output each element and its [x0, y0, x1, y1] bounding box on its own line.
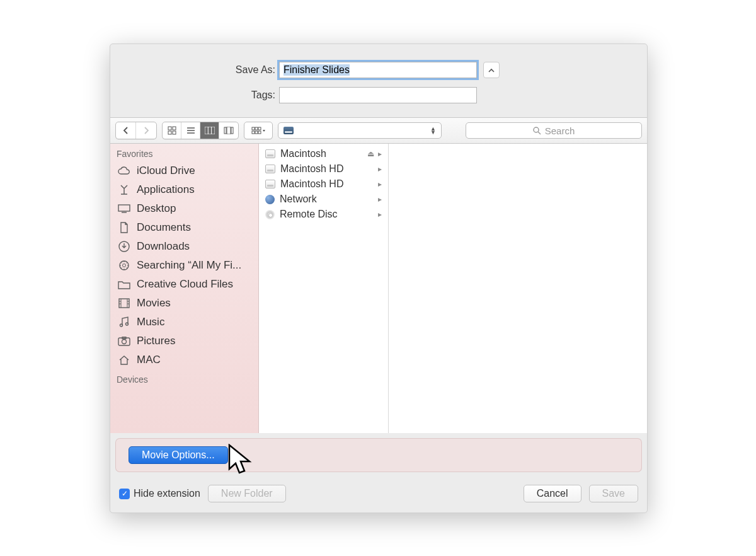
- sidebar-item-label: Creative Cloud Files: [137, 278, 233, 291]
- disk-icon: [265, 149, 275, 158]
- tags-input[interactable]: [279, 87, 477, 103]
- sidebar-item-label: Music: [137, 316, 164, 328]
- sidebar-item[interactable]: MAC: [110, 350, 258, 369]
- column-item-label: Network: [280, 194, 317, 205]
- sidebar-item[interactable]: Music: [110, 313, 258, 332]
- browser-area: Favorites iCloud DriveApplicationsDeskto…: [110, 144, 647, 433]
- options-bar: Movie Options...: [115, 438, 642, 472]
- search-icon: [118, 260, 130, 271]
- stepper-icon: ▲▼: [430, 127, 436, 134]
- column-item[interactable]: Macintosh HD▸: [259, 177, 388, 192]
- sidebar-item-label: iCloud Drive: [137, 165, 195, 177]
- forward-button[interactable]: [136, 122, 156, 139]
- column-item[interactable]: Remote Disc▸: [259, 207, 388, 222]
- svg-point-34: [126, 323, 129, 325]
- hide-extension-label: Hide extension: [134, 488, 200, 499]
- list-view-button[interactable]: [181, 122, 200, 139]
- column-item[interactable]: Macintosh HD▸: [259, 161, 388, 177]
- save-as-label: Save As:: [110, 64, 279, 76]
- column-item[interactable]: Macintosh⏏▸: [259, 146, 388, 161]
- devices-heading: Devices: [110, 369, 258, 387]
- back-button[interactable]: [116, 122, 136, 139]
- column-view: Macintosh⏏▸Macintosh HD▸Macintosh HD▸Net…: [259, 144, 647, 433]
- search-input[interactable]: Search: [466, 122, 642, 139]
- documents-icon: [118, 222, 130, 233]
- nav-history-segment: [115, 122, 157, 139]
- sidebar-item[interactable]: Documents: [110, 218, 258, 237]
- sidebar-item[interactable]: Creative Cloud Files: [110, 275, 258, 294]
- sidebar-item[interactable]: Desktop: [110, 199, 258, 218]
- svg-rect-10: [224, 127, 226, 134]
- cursor-icon: [226, 444, 253, 478]
- chevron-right-icon: ▸: [378, 180, 382, 188]
- checkmark-icon: ✓: [119, 489, 130, 499]
- svg-rect-1: [173, 127, 176, 130]
- svg-point-25: [123, 264, 126, 267]
- chevron-right-icon: ▸: [378, 210, 382, 219]
- svg-rect-21: [118, 205, 130, 211]
- svg-rect-13: [252, 127, 255, 130]
- svg-point-19: [534, 127, 539, 132]
- svg-rect-16: [252, 131, 255, 134]
- svg-rect-18: [258, 131, 261, 134]
- svg-rect-12: [231, 127, 233, 134]
- column-0[interactable]: Macintosh⏏▸Macintosh HD▸Macintosh HD▸Net…: [259, 144, 389, 433]
- sidebar-item-label: Documents: [137, 221, 191, 234]
- magnifying-glass-icon: [533, 127, 541, 135]
- sidebar-item[interactable]: Searching “All My Fi...: [110, 256, 258, 275]
- cancel-button[interactable]: Cancel: [524, 485, 581, 502]
- sidebar-item[interactable]: Movies: [110, 294, 258, 313]
- column-item-label: Macintosh: [280, 148, 326, 159]
- sidebar-item-label: Desktop: [137, 202, 176, 215]
- arrange-button[interactable]: [244, 122, 272, 139]
- sidebar-item[interactable]: Pictures: [110, 332, 258, 350]
- location-select[interactable]: ▲▼: [278, 122, 442, 139]
- svg-line-20: [538, 132, 541, 134]
- globe-icon: [265, 195, 275, 204]
- new-folder-button[interactable]: New Folder: [208, 485, 286, 502]
- tags-label: Tags:: [110, 90, 279, 101]
- cloud-icon: [118, 165, 130, 177]
- hide-extension-checkbox[interactable]: ✓ Hide extension: [119, 488, 200, 499]
- svg-rect-26: [119, 299, 129, 308]
- favorites-heading: Favorites: [110, 144, 258, 161]
- chevron-right-icon: ▸: [378, 195, 382, 204]
- chevron-up-icon: [488, 66, 495, 74]
- chevron-right-icon: ▸: [378, 165, 382, 173]
- pictures-icon: [118, 335, 130, 347]
- sidebar-item-label: Pictures: [137, 335, 175, 347]
- icon-view-button[interactable]: [163, 122, 181, 139]
- search-placeholder: Search: [545, 125, 575, 136]
- footer: ✓ Hide extension New Folder Cancel Save: [110, 477, 647, 513]
- save-dialog: Save As: Tags:: [110, 43, 648, 513]
- sidebar-item-label: Applications: [137, 183, 195, 196]
- arrange-segment: [244, 122, 273, 139]
- form-area: Save As: Tags:: [110, 44, 647, 117]
- sidebar-item[interactable]: iCloud Drive: [110, 161, 258, 180]
- disk-icon: [265, 165, 275, 173]
- eject-icon: ⏏: [367, 149, 374, 158]
- apps-icon: [118, 184, 130, 195]
- coverflow-view-button[interactable]: [219, 122, 238, 139]
- svg-rect-0: [168, 127, 171, 130]
- disk-icon: [265, 180, 275, 188]
- movie-options-button[interactable]: Movie Options...: [129, 446, 228, 464]
- disc-icon: [265, 210, 275, 219]
- svg-rect-17: [255, 131, 258, 134]
- save-button[interactable]: Save: [589, 485, 638, 502]
- svg-point-24: [120, 261, 129, 270]
- column-view-button[interactable]: [200, 122, 219, 139]
- svg-rect-7: [205, 127, 215, 134]
- save-as-input[interactable]: [279, 62, 477, 78]
- toolbar: ▲▼ Search: [110, 117, 647, 144]
- desktop-icon: [118, 203, 130, 214]
- column-1[interactable]: [389, 144, 647, 433]
- collapse-button[interactable]: [483, 62, 500, 78]
- sidebar-item-label: Movies: [137, 297, 171, 310]
- sidebar-item[interactable]: Downloads: [110, 237, 258, 256]
- svg-point-36: [122, 339, 127, 344]
- music-icon: [118, 316, 130, 328]
- home-icon: [118, 354, 130, 366]
- sidebar-item[interactable]: Applications: [110, 180, 258, 199]
- column-item[interactable]: Network▸: [259, 192, 388, 207]
